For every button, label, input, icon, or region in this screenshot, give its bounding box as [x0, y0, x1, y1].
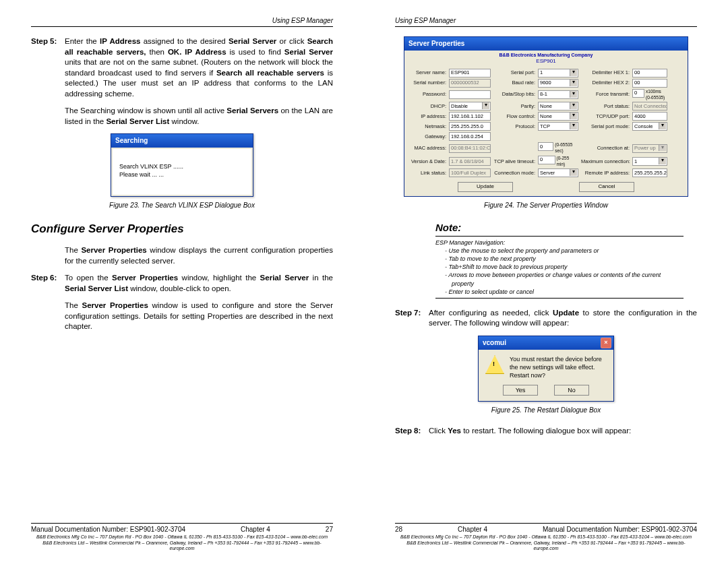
- tcpudp-input[interactable]: 4000: [632, 112, 667, 121]
- paragraph: The Searching window is shown until all …: [65, 106, 333, 127]
- page-footer: 28 Chapter 4 Manual Documentation Number…: [395, 523, 697, 552]
- netmask-input[interactable]: 255.255.255.0: [449, 122, 491, 131]
- heading-configure: Configure Server Properties: [31, 222, 333, 237]
- close-icon[interactable]: ×: [601, 338, 611, 348]
- tcpalive-a-input[interactable]: 0: [538, 142, 553, 151]
- running-header: Using ESP Manager: [31, 17, 333, 27]
- step-8: Step 8: Click Yes to restart. The follow…: [395, 426, 697, 437]
- gateway-input[interactable]: 192.168.0.254: [449, 132, 491, 141]
- figure-25-caption: Figure 25. The Restart Dialogue Box: [395, 406, 697, 415]
- cancel-button[interactable]: Cancel: [579, 182, 634, 192]
- delim-hex1-input[interactable]: 00: [632, 69, 667, 77]
- searching-dialog: Searching Search VLINX ESP ...... Please…: [111, 133, 253, 197]
- figure-24-caption: Figure 24. The Server Properties Window: [395, 201, 697, 210]
- delim-hex2-input[interactable]: 00: [632, 79, 667, 88]
- update-button[interactable]: Update: [458, 182, 513, 192]
- protocol-select[interactable]: TCP: [538, 122, 578, 131]
- running-header: Using ESP Manager: [395, 17, 697, 27]
- warning-icon: [485, 355, 504, 374]
- server-properties-window: Server Properties B&B Electronics Manufa…: [404, 36, 688, 197]
- page-body: Step 5: Enter the IP Address assigned to…: [31, 36, 333, 523]
- note-heading: Note:: [435, 221, 697, 235]
- remoteip-input[interactable]: 255.255.255.255: [632, 168, 667, 177]
- dhcp-select[interactable]: Disable: [449, 102, 491, 111]
- page-27: Using ESP Manager Step 5: Enter the IP A…: [0, 0, 364, 562]
- page-footer: Manual Documentation Number: ESP901-902-…: [31, 523, 333, 552]
- tcpalive-b-input[interactable]: 0: [538, 156, 555, 164]
- figure-23-caption: Figure 23. The Search VLINX ESP Dialogue…: [31, 201, 333, 210]
- dialog-title: vcomui: [483, 338, 506, 348]
- property-grid: Server name:ESP901 Serial port:1 Delimit…: [404, 67, 688, 180]
- vcomui-dialog: vcomui × You must restart the device bef…: [478, 336, 614, 402]
- serialportmode-select[interactable]: Console: [632, 122, 667, 131]
- note-body: ESP Manager Navigation: Use the mouse to…: [435, 236, 684, 299]
- page-body: Server Properties B&B Electronics Manufa…: [395, 36, 697, 523]
- yes-button[interactable]: Yes: [503, 385, 538, 396]
- dialog-title: Searching: [111, 134, 253, 148]
- page-28: Using ESP Manager Server Properties B&B …: [364, 0, 728, 562]
- serial-port-select[interactable]: 1: [538, 69, 578, 77]
- maxconn-select[interactable]: 1: [632, 157, 667, 166]
- ip-input[interactable]: 192.168.1.102: [449, 112, 491, 121]
- connmode-select[interactable]: Server: [538, 168, 578, 177]
- step-7: Step 7: After configuring as needed, cli…: [395, 308, 697, 329]
- dialog-message: You must restart the device before the n…: [510, 355, 607, 379]
- parity-select[interactable]: None: [538, 102, 578, 111]
- force-transmit-input[interactable]: 0: [632, 89, 644, 98]
- datastop-select[interactable]: 8-1: [538, 90, 578, 99]
- dialog-title: Server Properties: [404, 37, 688, 51]
- password-input[interactable]: [449, 90, 491, 99]
- server-name-input[interactable]: ESP901: [449, 69, 491, 77]
- no-button[interactable]: No: [554, 385, 589, 396]
- baud-select[interactable]: 9600: [538, 79, 578, 88]
- step-5: Step 5: Enter the IP Address assigned to…: [31, 36, 333, 99]
- step-6: Step 6: To open the Server Properties wi…: [31, 273, 333, 294]
- flow-select[interactable]: None: [538, 112, 578, 121]
